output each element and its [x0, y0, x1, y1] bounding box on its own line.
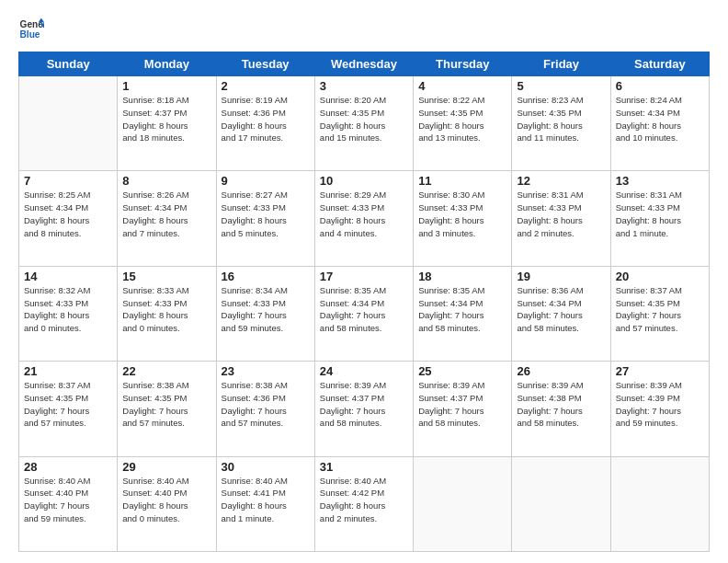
calendar-day-cell	[512, 456, 610, 551]
day-info: Sunrise: 8:18 AM Sunset: 4:37 PM Dayligh…	[122, 94, 210, 144]
day-info: Sunrise: 8:26 AM Sunset: 4:34 PM Dayligh…	[122, 189, 210, 239]
calendar-day-cell: 24Sunrise: 8:39 AM Sunset: 4:37 PM Dayli…	[314, 362, 413, 456]
day-info: Sunrise: 8:34 AM Sunset: 4:33 PM Dayligh…	[222, 284, 310, 335]
calendar-day-cell: 18Sunrise: 8:35 AM Sunset: 4:34 PM Dayli…	[414, 266, 512, 361]
calendar-day-cell: 23Sunrise: 8:38 AM Sunset: 4:36 PM Dayli…	[216, 362, 314, 456]
day-info: Sunrise: 8:38 AM Sunset: 4:36 PM Dayligh…	[222, 379, 310, 430]
day-number: 22	[122, 364, 210, 378]
calendar-day-cell: 14Sunrise: 8:32 AM Sunset: 4:33 PM Dayli…	[19, 266, 118, 361]
logo: General Blue	[18, 17, 44, 42]
calendar-day-cell	[19, 76, 118, 171]
day-info: Sunrise: 8:40 AM Sunset: 4:40 PM Dayligh…	[122, 475, 210, 525]
day-info: Sunrise: 8:23 AM Sunset: 4:35 PM Dayligh…	[517, 94, 605, 144]
day-number: 16	[222, 270, 310, 283]
day-number: 23	[222, 364, 310, 378]
calendar-day-cell: 19Sunrise: 8:36 AM Sunset: 4:34 PM Dayli…	[512, 266, 610, 361]
day-number: 24	[320, 364, 408, 378]
calendar-day-cell: 4Sunrise: 8:22 AM Sunset: 4:35 PM Daylig…	[414, 76, 512, 171]
weekday-header-friday: Friday	[512, 52, 610, 76]
day-info: Sunrise: 8:37 AM Sunset: 4:35 PM Dayligh…	[24, 379, 112, 430]
calendar-day-cell: 1Sunrise: 8:18 AM Sunset: 4:37 PM Daylig…	[118, 76, 216, 171]
calendar-day-cell: 2Sunrise: 8:19 AM Sunset: 4:36 PM Daylig…	[216, 76, 314, 171]
day-info: Sunrise: 8:40 AM Sunset: 4:40 PM Dayligh…	[24, 475, 112, 525]
calendar-day-cell: 29Sunrise: 8:40 AM Sunset: 4:40 PM Dayli…	[118, 456, 216, 551]
day-number: 19	[517, 270, 605, 283]
calendar-day-cell: 22Sunrise: 8:38 AM Sunset: 4:35 PM Dayli…	[118, 362, 216, 456]
calendar-day-cell: 25Sunrise: 8:39 AM Sunset: 4:37 PM Dayli…	[414, 362, 512, 456]
day-number: 12	[517, 174, 605, 188]
day-number: 4	[418, 79, 506, 93]
day-info: Sunrise: 8:19 AM Sunset: 4:36 PM Dayligh…	[222, 94, 310, 144]
calendar-day-cell: 17Sunrise: 8:35 AM Sunset: 4:34 PM Dayli…	[314, 266, 413, 361]
calendar-day-cell: 12Sunrise: 8:31 AM Sunset: 4:33 PM Dayli…	[512, 171, 610, 266]
day-number: 2	[222, 79, 310, 93]
calendar-week-row: 1Sunrise: 8:18 AM Sunset: 4:37 PM Daylig…	[19, 76, 710, 171]
day-info: Sunrise: 8:30 AM Sunset: 4:33 PM Dayligh…	[418, 189, 506, 239]
calendar-day-cell: 27Sunrise: 8:39 AM Sunset: 4:39 PM Dayli…	[610, 362, 709, 456]
day-number: 14	[24, 270, 112, 283]
calendar-day-cell: 30Sunrise: 8:40 AM Sunset: 4:41 PM Dayli…	[216, 456, 314, 551]
weekday-header-monday: Monday	[118, 52, 216, 76]
day-number: 7	[24, 174, 112, 188]
calendar-week-row: 21Sunrise: 8:37 AM Sunset: 4:35 PM Dayli…	[19, 362, 710, 456]
day-info: Sunrise: 8:35 AM Sunset: 4:34 PM Dayligh…	[320, 284, 408, 335]
calendar-day-cell: 6Sunrise: 8:24 AM Sunset: 4:34 PM Daylig…	[610, 76, 709, 171]
day-number: 31	[320, 460, 408, 474]
day-info: Sunrise: 8:37 AM Sunset: 4:35 PM Dayligh…	[616, 284, 704, 335]
day-info: Sunrise: 8:38 AM Sunset: 4:35 PM Dayligh…	[122, 379, 210, 430]
weekday-header-thursday: Thursday	[414, 52, 512, 76]
day-info: Sunrise: 8:22 AM Sunset: 4:35 PM Dayligh…	[418, 94, 506, 144]
calendar-day-cell: 15Sunrise: 8:33 AM Sunset: 4:33 PM Dayli…	[118, 266, 216, 361]
day-info: Sunrise: 8:40 AM Sunset: 4:42 PM Dayligh…	[320, 475, 408, 525]
calendar-week-row: 28Sunrise: 8:40 AM Sunset: 4:40 PM Dayli…	[19, 456, 710, 551]
calendar-day-cell: 8Sunrise: 8:26 AM Sunset: 4:34 PM Daylig…	[118, 171, 216, 266]
calendar-day-cell: 20Sunrise: 8:37 AM Sunset: 4:35 PM Dayli…	[610, 266, 709, 361]
day-info: Sunrise: 8:20 AM Sunset: 4:35 PM Dayligh…	[320, 94, 408, 144]
day-number: 5	[517, 79, 605, 93]
day-info: Sunrise: 8:39 AM Sunset: 4:39 PM Dayligh…	[616, 379, 704, 430]
day-number: 30	[222, 460, 310, 474]
calendar-day-cell	[414, 456, 512, 551]
calendar-day-cell: 5Sunrise: 8:23 AM Sunset: 4:35 PM Daylig…	[512, 76, 610, 171]
day-info: Sunrise: 8:33 AM Sunset: 4:33 PM Dayligh…	[122, 284, 210, 335]
calendar-day-cell: 3Sunrise: 8:20 AM Sunset: 4:35 PM Daylig…	[314, 76, 413, 171]
day-info: Sunrise: 8:27 AM Sunset: 4:33 PM Dayligh…	[222, 189, 310, 239]
calendar-day-cell: 28Sunrise: 8:40 AM Sunset: 4:40 PM Dayli…	[19, 456, 118, 551]
calendar-day-cell: 31Sunrise: 8:40 AM Sunset: 4:42 PM Dayli…	[314, 456, 413, 551]
page: General Blue SundayMondayTuesdayWednesda…	[0, 0, 728, 563]
day-info: Sunrise: 8:31 AM Sunset: 4:33 PM Dayligh…	[517, 189, 605, 239]
day-info: Sunrise: 8:24 AM Sunset: 4:34 PM Dayligh…	[616, 94, 704, 144]
logo-icon: General Blue	[18, 17, 44, 42]
day-info: Sunrise: 8:39 AM Sunset: 4:37 PM Dayligh…	[418, 379, 506, 430]
calendar-week-row: 7Sunrise: 8:25 AM Sunset: 4:34 PM Daylig…	[19, 171, 710, 266]
day-number: 18	[418, 270, 506, 283]
day-number: 28	[24, 460, 112, 474]
day-number: 3	[320, 79, 408, 93]
calendar-day-cell	[610, 456, 709, 551]
day-info: Sunrise: 8:40 AM Sunset: 4:41 PM Dayligh…	[222, 475, 310, 525]
day-number: 13	[616, 174, 704, 188]
calendar-table: SundayMondayTuesdayWednesdayThursdayFrid…	[18, 52, 710, 552]
calendar-day-cell: 26Sunrise: 8:39 AM Sunset: 4:38 PM Dayli…	[512, 362, 610, 456]
weekday-header-sunday: Sunday	[19, 52, 118, 76]
calendar-day-cell: 13Sunrise: 8:31 AM Sunset: 4:33 PM Dayli…	[610, 171, 709, 266]
svg-text:Blue: Blue	[20, 29, 40, 40]
day-info: Sunrise: 8:25 AM Sunset: 4:34 PM Dayligh…	[24, 189, 112, 239]
day-info: Sunrise: 8:31 AM Sunset: 4:33 PM Dayligh…	[616, 189, 704, 239]
day-number: 15	[122, 270, 210, 283]
calendar-day-cell: 7Sunrise: 8:25 AM Sunset: 4:34 PM Daylig…	[19, 171, 118, 266]
calendar-header-row: SundayMondayTuesdayWednesdayThursdayFrid…	[19, 52, 710, 76]
day-number: 29	[122, 460, 210, 474]
day-info: Sunrise: 8:39 AM Sunset: 4:38 PM Dayligh…	[517, 379, 605, 430]
calendar-day-cell: 10Sunrise: 8:29 AM Sunset: 4:33 PM Dayli…	[314, 171, 413, 266]
day-number: 26	[517, 364, 605, 378]
day-info: Sunrise: 8:29 AM Sunset: 4:33 PM Dayligh…	[320, 189, 408, 239]
weekday-header-tuesday: Tuesday	[216, 52, 314, 76]
calendar-day-cell: 11Sunrise: 8:30 AM Sunset: 4:33 PM Dayli…	[414, 171, 512, 266]
day-number: 6	[616, 79, 704, 93]
day-number: 17	[320, 270, 408, 283]
calendar-day-cell: 9Sunrise: 8:27 AM Sunset: 4:33 PM Daylig…	[216, 171, 314, 266]
day-number: 20	[616, 270, 704, 283]
calendar-day-cell: 16Sunrise: 8:34 AM Sunset: 4:33 PM Dayli…	[216, 266, 314, 361]
day-number: 10	[320, 174, 408, 188]
